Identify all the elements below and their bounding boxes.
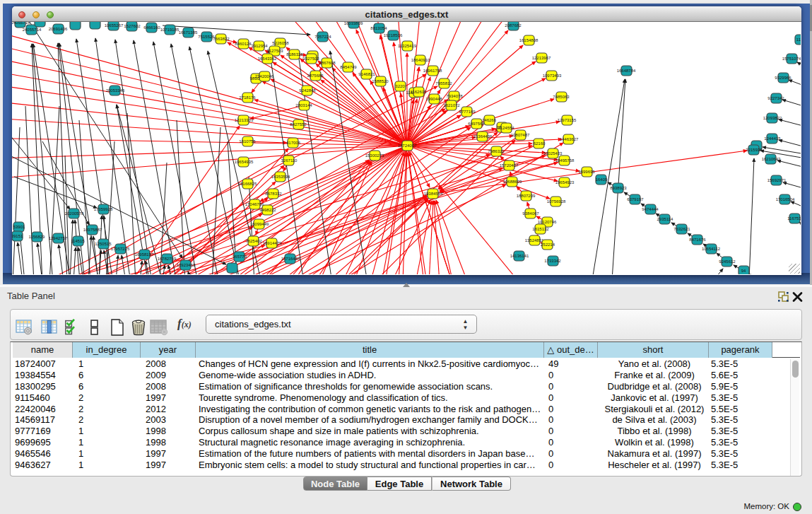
svg-text:15751074: 15751074 (782, 57, 801, 61)
svg-text:16671385: 16671385 (179, 30, 198, 35)
svg-text:19166825: 19166825 (238, 182, 257, 186)
svg-text:8427552: 8427552 (290, 122, 307, 127)
svg-text:16961758: 16961758 (423, 69, 442, 73)
svg-text:19384554: 19384554 (424, 192, 443, 196)
svg-text:9227342: 9227342 (767, 96, 784, 100)
svg-text:10120746: 10120746 (538, 220, 557, 224)
svg-text:3912954: 3912954 (251, 44, 268, 48)
svg-text:24055714: 24055714 (12, 22, 30, 25)
svg-text:1990448: 1990448 (425, 97, 442, 101)
svg-text:2087682: 2087682 (505, 23, 522, 28)
svg-text:19218506: 19218506 (384, 33, 403, 37)
svg-text:10025433: 10025433 (543, 151, 563, 156)
svg-text:9777169: 9777169 (459, 110, 476, 114)
svg-text:8813054: 8813054 (370, 26, 387, 30)
svg-text:10655267: 10655267 (105, 23, 124, 28)
svg-text:8186328: 8186328 (286, 52, 303, 57)
svg-text:16099449: 16099449 (250, 222, 269, 226)
svg-text:9498222: 9498222 (259, 208, 276, 212)
svg-text:10973493: 10973493 (543, 74, 562, 78)
svg-text:3124554: 3124554 (498, 126, 514, 130)
svg-text:10719185: 10719185 (160, 28, 180, 32)
svg-text:16033809: 16033809 (344, 22, 363, 25)
svg-text:14136141: 14136141 (510, 254, 529, 258)
svg-text:16409: 16409 (596, 177, 608, 182)
svg-text:1250515: 1250515 (95, 242, 112, 246)
svg-text:18724007: 18724007 (398, 144, 417, 148)
svg-text:10807487: 10807487 (511, 133, 530, 137)
svg-text:18807209: 18807209 (517, 194, 536, 198)
svg-text:16648784: 16648784 (617, 69, 636, 73)
svg-text:24055714: 24055714 (23, 28, 42, 32)
svg-text:746266: 746266 (482, 118, 497, 122)
svg-text:20053346: 20053346 (106, 88, 125, 93)
svg-text:17359928: 17359928 (94, 207, 113, 211)
svg-text:1610755: 1610755 (239, 139, 256, 144)
svg-text:19654923: 19654923 (555, 180, 575, 185)
svg-text:19654935: 19654935 (235, 160, 254, 164)
svg-text:8678332: 8678332 (265, 192, 282, 196)
svg-text:7357224: 7357224 (314, 35, 331, 39)
svg-text:15720407: 15720407 (500, 163, 519, 168)
svg-text:14463627: 14463627 (560, 137, 579, 141)
svg-text:10654112: 10654112 (702, 247, 721, 251)
svg-text:16958157: 16958157 (135, 252, 154, 257)
svg-text:20200578: 20200578 (65, 211, 84, 216)
svg-text:9474444: 9474444 (642, 207, 659, 211)
svg-text:15692971: 15692971 (767, 178, 787, 182)
svg-text:3220: 3220 (395, 84, 405, 88)
svg-text:18640910: 18640910 (411, 58, 430, 62)
svg-text:7632621: 7632621 (673, 227, 690, 231)
svg-text:23420046: 23420046 (255, 74, 274, 78)
svg-text:1117: 1117 (796, 37, 801, 42)
svg-text:17046706: 17046706 (245, 202, 264, 206)
svg-text:39151: 39151 (12, 234, 23, 238)
svg-text:10756928: 10756928 (547, 199, 566, 204)
svg-text:15300273: 15300273 (365, 153, 384, 158)
svg-text:7955812: 7955812 (435, 81, 452, 86)
svg-text:12213967: 12213967 (532, 56, 551, 60)
svg-text:9699695: 9699695 (578, 170, 595, 174)
svg-text:16543362: 16543362 (258, 57, 277, 61)
svg-text:114515: 114515 (71, 239, 85, 243)
svg-text:9384067: 9384067 (522, 211, 539, 216)
svg-text:1527602: 1527602 (124, 24, 141, 28)
svg-text:17016504: 17016504 (776, 197, 795, 201)
svg-text:2867608: 2867608 (319, 61, 336, 65)
svg-text:53901: 53901 (13, 225, 25, 229)
svg-text:1244415: 1244415 (764, 136, 781, 141)
svg-text:9329966: 9329966 (775, 76, 792, 80)
svg-text:9245612: 9245612 (719, 259, 736, 264)
svg-text:16914479: 16914479 (263, 241, 282, 245)
svg-text:2803144: 2803144 (295, 103, 312, 107)
svg-text:7625402: 7625402 (245, 239, 262, 243)
svg-text:6466160: 6466160 (143, 25, 160, 30)
svg-text:3267110: 3267110 (281, 158, 298, 163)
svg-text:6379197: 6379197 (627, 197, 644, 201)
svg-text:116753: 116753 (787, 216, 801, 221)
svg-text:8938923: 8938923 (610, 186, 627, 190)
svg-text:1162615: 1162615 (411, 90, 428, 94)
svg-text:21364436: 21364436 (473, 134, 493, 139)
svg-text:8460124: 8460124 (235, 42, 252, 46)
svg-text:16782759: 16782759 (158, 257, 177, 261)
svg-text:94: 94 (741, 269, 746, 273)
svg-text:252214: 252214 (541, 243, 555, 247)
svg-text:1733342: 1733342 (544, 259, 561, 263)
svg-text:12942757: 12942757 (49, 236, 68, 240)
svg-text:965779: 965779 (233, 255, 247, 259)
svg-text:1615132: 1615132 (532, 227, 549, 231)
svg-text:7934078: 7934078 (446, 94, 463, 98)
svg-text:12973155: 12973155 (558, 118, 577, 122)
svg-text:9146821: 9146821 (358, 72, 375, 76)
svg-text:2718176: 2718176 (239, 95, 256, 100)
svg-text:1621072: 1621072 (443, 103, 460, 107)
svg-text:2935114: 2935114 (657, 217, 674, 221)
svg-text:7485063: 7485063 (553, 95, 570, 99)
svg-text:11325419: 11325419 (398, 44, 417, 48)
svg-text:1588520: 1588520 (372, 79, 389, 83)
svg-text:16154808: 16154808 (519, 38, 539, 42)
svg-text:12093822: 12093822 (763, 116, 782, 120)
svg-text:16210643: 16210643 (762, 157, 781, 161)
svg-text:15716485: 15716485 (281, 257, 300, 261)
